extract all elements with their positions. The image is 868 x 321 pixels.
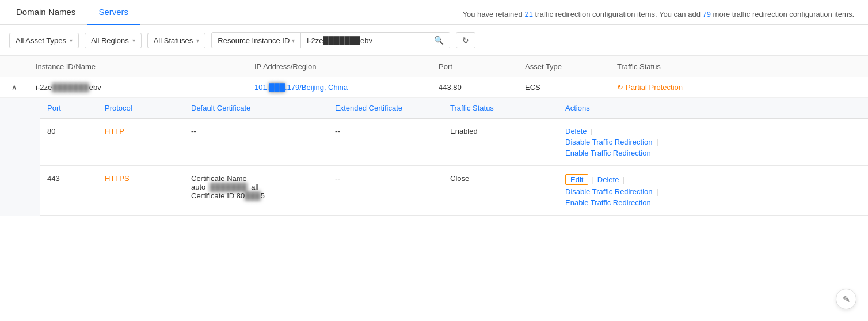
col-asset-type: Asset Type bbox=[518, 62, 610, 71]
sub-col-default-cert: Default Certificate bbox=[184, 104, 328, 112]
main-table-header: Instance ID/Name IP Address/Region Port … bbox=[0, 56, 868, 77]
search-type-selector[interactable]: Resource Instance ID ▾ bbox=[212, 33, 301, 48]
sub-table-header: Port Protocol Default Certificate Extend… bbox=[40, 98, 868, 119]
list-item: 443 HTTPS Certificate Name auto_███████_… bbox=[40, 166, 868, 216]
instance-id-cell: i-2ze███████ebv bbox=[29, 83, 248, 92]
refresh-button[interactable]: ↻ bbox=[456, 32, 475, 48]
status-filter[interactable]: All Statuses ▾ bbox=[147, 33, 206, 48]
tab-domain-names[interactable]: Domain Names bbox=[5, 0, 87, 25]
filter-bar: All Asset Types ▾ All Regions ▾ All Stat… bbox=[0, 25, 868, 56]
sub-traffic-status-cell: Enabled bbox=[443, 127, 558, 135]
search-input[interactable] bbox=[301, 33, 428, 48]
region-filter[interactable]: All Regions ▾ bbox=[85, 33, 142, 48]
search-icon: 🔍 bbox=[434, 36, 444, 45]
expand-toggle[interactable]: ∧ bbox=[0, 83, 29, 92]
sub-default-cert-cell: Certificate Name auto_███████_all Certif… bbox=[184, 174, 328, 200]
sub-col-protocol: Protocol bbox=[98, 104, 184, 112]
asset-type-filter[interactable]: All Asset Types ▾ bbox=[9, 33, 79, 48]
asset-type-cell: ECS bbox=[518, 83, 610, 92]
enable-traffic-link-row2[interactable]: Enable Traffic Redirection bbox=[565, 198, 651, 207]
sub-table-container: Port Protocol Default Certificate Extend… bbox=[0, 98, 868, 216]
search-button[interactable]: 🔍 bbox=[428, 33, 450, 48]
sub-protocol-cell: HTTP bbox=[98, 127, 184, 135]
col-instance-id: Instance ID/Name bbox=[29, 62, 248, 71]
sub-col-actions: Actions bbox=[558, 104, 868, 112]
tab-servers[interactable]: Servers bbox=[87, 0, 140, 25]
list-item: 80 HTTP -- -- Enabled Delete | Disable T… bbox=[40, 119, 868, 166]
ip-cell: 101.███.179/Beijing, China bbox=[248, 83, 432, 92]
sub-col-extended-cert: Extended Certificate bbox=[328, 104, 443, 112]
sub-actions-cell: Edit | Delete | Disable Traffic Redirect… bbox=[558, 174, 868, 207]
partial-protection-icon: ↻ bbox=[617, 83, 623, 92]
search-group: Resource Instance ID ▾ 🔍 bbox=[211, 32, 450, 48]
col-ip: IP Address/Region bbox=[248, 62, 432, 71]
delete-link-row1[interactable]: Delete bbox=[565, 127, 587, 135]
delete-link-row2[interactable]: Delete bbox=[597, 175, 619, 184]
sub-actions-cell: Delete | Disable Traffic Redirection | E… bbox=[558, 127, 868, 157]
sub-protocol-cell: HTTPS bbox=[98, 174, 184, 183]
col-port: Port bbox=[432, 62, 518, 71]
sub-col-traffic-status: Traffic Status bbox=[443, 104, 558, 112]
col-traffic-status: Traffic Status bbox=[610, 62, 696, 71]
traffic-status-cell: ↻ Partial Protection bbox=[610, 83, 696, 92]
disable-traffic-link-row1[interactable]: Disable Traffic Redirection bbox=[565, 138, 653, 146]
sub-extended-cert-cell: -- bbox=[328, 174, 443, 183]
status-bar: You have retained 21 traffic redirection… bbox=[140, 4, 863, 24]
sub-default-cert-cell: -- bbox=[184, 127, 328, 135]
sub-traffic-status-cell: Close bbox=[443, 174, 558, 183]
refresh-icon: ↻ bbox=[462, 36, 469, 45]
sub-col-port: Port bbox=[40, 104, 98, 112]
sub-port-cell: 443 bbox=[40, 174, 98, 183]
disable-traffic-link-row2[interactable]: Disable Traffic Redirection bbox=[565, 187, 653, 196]
col-expand bbox=[0, 62, 29, 71]
chevron-down-icon: ▾ bbox=[70, 37, 73, 44]
enable-traffic-link-row1[interactable]: Enable Traffic Redirection bbox=[565, 149, 651, 157]
chevron-down-icon: ▾ bbox=[292, 37, 295, 44]
edit-button-row2[interactable]: Edit bbox=[565, 174, 588, 185]
table-row: ∧ i-2ze███████ebv 101.███.179/Beijing, C… bbox=[0, 77, 868, 98]
chevron-down-icon: ▾ bbox=[132, 37, 135, 44]
sub-extended-cert-cell: -- bbox=[328, 127, 443, 135]
collapse-icon[interactable]: ∧ bbox=[12, 83, 17, 92]
sub-port-cell: 80 bbox=[40, 127, 98, 135]
port-cell: 443,80 bbox=[432, 83, 518, 92]
chevron-down-icon: ▾ bbox=[196, 37, 199, 44]
